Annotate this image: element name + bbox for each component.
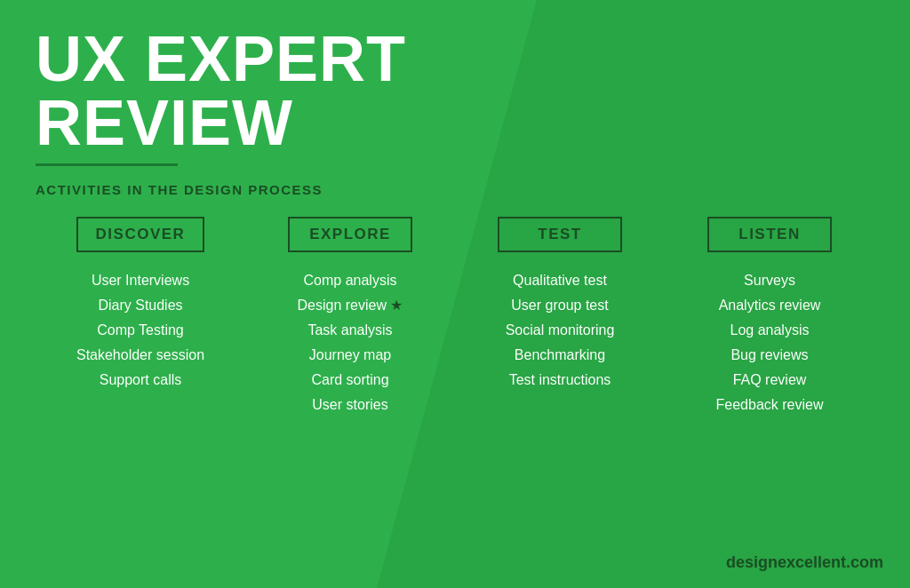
columns-grid: DISCOVERUser InterviewsDiary StudiesComp… (36, 217, 874, 417)
category-box-listen: LISTEN (707, 217, 832, 252)
list-item: Bug reviews (716, 343, 824, 368)
list-item: Task analysis (298, 318, 403, 343)
main-container: UX EXPERT REVIEW ACTIVITIES IN THE DESIG… (0, 0, 910, 588)
category-label-explore: EXPLORE (309, 226, 391, 242)
category-label-listen: LISTEN (738, 226, 800, 242)
star-icon: ★ (390, 298, 403, 313)
category-box-test: TEST (498, 217, 622, 252)
items-list-test: Qualitative testUser group testSocial mo… (506, 268, 615, 393)
title-line1: UX EXPERT (36, 23, 406, 94)
content-area: UX EXPERT REVIEW ACTIVITIES IN THE DESIG… (36, 27, 874, 417)
category-box-explore: EXPLORE (288, 217, 412, 252)
title-divider (36, 163, 178, 166)
items-list-discover: User InterviewsDiary StudiesComp Testing… (76, 268, 204, 393)
list-item: Social monitoring (506, 318, 615, 343)
domain-text: designexcellent.com (726, 553, 883, 572)
list-item: Benchmarking (506, 343, 615, 368)
category-box-discover: DISCOVER (76, 217, 205, 252)
list-item: Card sorting (298, 368, 403, 393)
category-label-test: TEST (538, 226, 581, 242)
column-explore: EXPLOREComp analysisDesign review ★Task … (245, 217, 455, 417)
list-item: User Interviews (76, 268, 204, 293)
column-discover: DISCOVERUser InterviewsDiary StudiesComp… (36, 217, 245, 417)
column-listen: LISTENSurveysAnalytics reviewLog analysi… (665, 217, 874, 417)
list-item: Diary Studies (76, 293, 204, 318)
list-item: User group test (506, 293, 615, 318)
list-item: Stakeholder session (76, 343, 204, 368)
list-item: Log analysis (716, 318, 824, 343)
list-item: Test instructions (506, 368, 615, 393)
list-item: Comp Testing (76, 318, 204, 343)
title-line2: REVIEW (36, 87, 293, 158)
column-test: TESTQualitative testUser group testSocia… (455, 217, 665, 417)
list-item: FAQ review (716, 368, 824, 393)
list-item: Support calls (76, 368, 204, 393)
list-item: Journey map (298, 343, 403, 368)
list-item: Qualitative test (506, 268, 615, 293)
list-item: Comp analysis (298, 268, 403, 293)
list-item: Analytics review (716, 293, 824, 318)
list-item: Surveys (716, 268, 824, 293)
items-list-listen: SurveysAnalytics reviewLog analysisBug r… (716, 268, 824, 417)
section-subtitle: ACTIVITIES IN THE DESIGN PROCESS (36, 182, 874, 197)
items-list-explore: Comp analysisDesign review ★Task analysi… (298, 268, 403, 417)
category-label-discover: DISCOVER (96, 226, 186, 242)
list-item: User stories (298, 393, 403, 417)
list-item: Design review ★ (298, 293, 403, 318)
list-item: Feedback review (716, 393, 824, 417)
main-title: UX EXPERT REVIEW (36, 27, 874, 155)
